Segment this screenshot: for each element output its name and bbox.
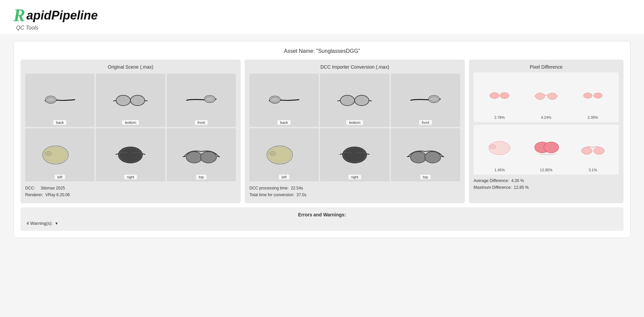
diff-visual-bottom-top xyxy=(523,75,570,114)
svg-point-12 xyxy=(120,148,141,161)
original-bottom-label: bottom xyxy=(122,120,139,125)
svg-point-1 xyxy=(47,97,55,102)
diff-cell-bottom-top: 4.24% xyxy=(523,75,570,119)
svg-point-41 xyxy=(548,93,557,100)
original-view-left: left xyxy=(25,128,94,181)
svg-line-37 xyxy=(441,156,444,156)
svg-point-35 xyxy=(425,151,441,163)
original-panel-title: Original Scene (.max) xyxy=(25,64,236,70)
svg-line-32 xyxy=(340,154,343,154)
svg-point-40 xyxy=(535,93,545,100)
diff-cell-left-bottom: 1.45% xyxy=(476,128,523,172)
total-value: 37.0s xyxy=(296,192,306,197)
dcc-front-label: front xyxy=(419,120,432,125)
svg-point-47 xyxy=(544,142,559,153)
dcc-value: 3dsmax 2025 xyxy=(41,186,65,190)
svg-line-18 xyxy=(217,156,220,156)
warnings-row: 4 Warning(s): ▾ xyxy=(27,221,617,226)
average-diff-value: 4.26 % xyxy=(511,178,524,183)
svg-line-33 xyxy=(367,154,370,154)
svg-point-49 xyxy=(594,147,604,154)
errors-section: Errors and Warnings: 4 Warning(s): ▾ xyxy=(21,207,623,231)
pixel-diff-panel: Pixel Difference xyxy=(469,60,623,203)
svg-point-20 xyxy=(271,97,279,102)
svg-point-22 xyxy=(355,95,369,106)
chevron-down-icon[interactable]: ▾ xyxy=(55,221,61,226)
svg-point-21 xyxy=(340,95,355,106)
diff-percent-front-top: 2.39% xyxy=(588,115,598,119)
svg-line-24 xyxy=(369,100,372,101)
dcc-bottom-label: bottom xyxy=(347,120,363,125)
diff-top-row: 2.78% xyxy=(474,72,619,122)
dcc-view-top: top xyxy=(391,128,460,181)
svg-point-16 xyxy=(200,151,216,163)
svg-line-17 xyxy=(183,156,186,156)
svg-point-29 xyxy=(269,151,276,156)
dcc-label: DCC: xyxy=(25,186,35,190)
svg-line-23 xyxy=(337,100,340,101)
original-view-right: right xyxy=(96,128,165,181)
svg-point-43 xyxy=(594,93,602,98)
renderer-label: Renderer: xyxy=(25,192,43,197)
dcc-view-left: left xyxy=(249,128,319,181)
original-panel-meta: DCC: 3dsmax 2025 Renderer: VRay 6.20.06 xyxy=(25,185,236,199)
svg-point-39 xyxy=(500,93,509,99)
diff-cell-front-top: 2.39% xyxy=(569,75,616,119)
main-content: Asset Name: "SunglassesDGG" Original Sce… xyxy=(0,34,644,245)
svg-point-15 xyxy=(186,151,202,163)
svg-line-14 xyxy=(143,154,146,154)
svg-line-36 xyxy=(407,156,410,156)
original-view-bottom: bottom xyxy=(96,74,165,127)
warnings-label: 4 Warning(s): xyxy=(27,221,53,226)
pixel-diff-title: Pixel Difference xyxy=(474,64,619,70)
processing-label: DCC processing time: xyxy=(249,186,289,190)
original-top-label: top xyxy=(196,175,206,179)
errors-title: Errors and Warnings: xyxy=(27,212,617,217)
diff-percent-left-bottom: 1.45% xyxy=(494,168,505,172)
logo-text: apidPipeline xyxy=(27,8,98,23)
dcc-right-label: right xyxy=(349,175,361,179)
diff-summary: Average Difference: 4.26 % Maximum Diffe… xyxy=(474,177,619,191)
svg-point-34 xyxy=(410,151,427,163)
panels-row: Original Scene (.max) back xyxy=(21,60,623,203)
diff-percent-bottom-top: 4.24% xyxy=(541,115,551,119)
dcc-view-bottom: bottom xyxy=(320,74,389,127)
maximum-diff-value: 12.85 % xyxy=(514,185,529,190)
diff-visual-right-bottom xyxy=(523,128,570,167)
diff-percent-back-top: 2.78% xyxy=(494,115,505,119)
diff-visual-front-top xyxy=(569,75,616,114)
original-view-front: front xyxy=(167,74,236,127)
svg-point-7 xyxy=(205,97,214,101)
diff-cell-top-bottom: 3.1% xyxy=(569,128,616,172)
logo-r: R xyxy=(13,7,25,24)
processing-value: 22.54s xyxy=(291,186,303,190)
svg-point-42 xyxy=(583,93,592,98)
svg-point-31 xyxy=(345,148,365,161)
dcc-view-back: back xyxy=(249,74,319,127)
original-back-label: back xyxy=(53,120,67,125)
svg-point-48 xyxy=(581,147,592,154)
dcc-views-grid: back bottom xyxy=(249,74,460,181)
original-panel: Original Scene (.max) back xyxy=(21,60,241,203)
svg-point-3 xyxy=(130,95,145,106)
logo: R apidPipeline xyxy=(13,7,98,24)
svg-point-2 xyxy=(116,95,131,106)
asset-name: Asset Name: "SunglassesDGG" xyxy=(21,48,623,54)
dcc-panel-meta: DCC processing time: 22.54s Total time f… xyxy=(249,185,460,199)
diff-visual-top-bottom xyxy=(569,128,616,167)
diff-bottom-row: 1.45% 12.85% xyxy=(474,125,619,175)
diff-visual-left-bottom xyxy=(476,128,523,167)
logo-subtitle: QC Tools xyxy=(16,25,38,31)
svg-line-13 xyxy=(116,154,119,154)
svg-point-38 xyxy=(490,93,499,99)
report-card: Asset Name: "SunglassesDGG" Original Sce… xyxy=(13,41,631,238)
svg-line-5 xyxy=(145,100,148,101)
diff-cell-right-bottom: 12.85% xyxy=(523,128,570,172)
dcc-top-label: top xyxy=(420,175,431,179)
svg-point-45 xyxy=(489,145,496,149)
original-view-back: back xyxy=(25,74,94,127)
dcc-back-label: back xyxy=(278,120,291,125)
dcc-view-front: front xyxy=(391,74,460,127)
original-front-label: front xyxy=(195,120,208,125)
dcc-panel: DCC Importer Conversion (.max) back xyxy=(245,60,465,203)
